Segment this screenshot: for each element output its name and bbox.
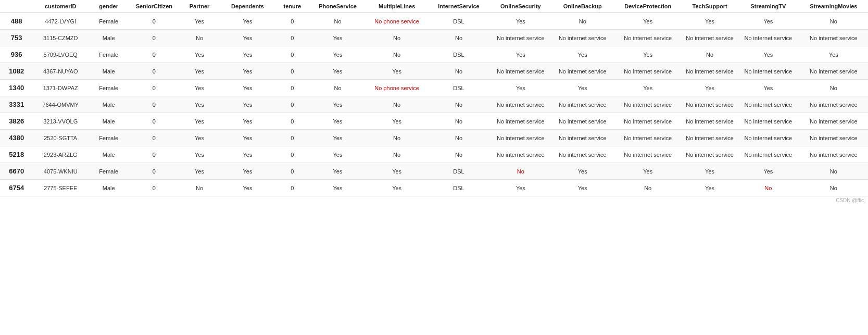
cell-seniorcitizen: 0 bbox=[129, 163, 179, 180]
cell-partner: Yes bbox=[179, 130, 220, 146]
cell-gender: Female bbox=[88, 163, 129, 180]
cell-internetservice: No bbox=[428, 30, 490, 46]
table-row: 7533115-CZMZDMale0NoYes0YesNoNoNo intern… bbox=[0, 30, 868, 46]
cell-streamingmovies: No bbox=[799, 180, 868, 196]
cell-streamingtv: No internet service bbox=[737, 96, 799, 113]
cell-multiplelines: No phone service bbox=[366, 80, 428, 96]
cell-techsupport: No internet service bbox=[682, 63, 737, 80]
cell-onlinebackup: No internet service bbox=[551, 30, 613, 46]
cell-onlinebackup: No internet service bbox=[551, 96, 613, 113]
cell-techsupport: No internet service bbox=[682, 130, 737, 146]
cell-onlinesecurity: Yes bbox=[489, 13, 551, 30]
cell-deviceprotection: No bbox=[613, 180, 682, 196]
cell-customerid: 3213-VVOLG bbox=[33, 113, 88, 130]
cell-streamingmovies: No internet service bbox=[799, 63, 868, 80]
cell-onlinesecurity: No internet service bbox=[489, 113, 551, 130]
cell-techsupport: Yes bbox=[682, 163, 737, 180]
col-header-seniorcitizen: SeniorCitizen bbox=[129, 0, 179, 13]
cell-techsupport: No internet service bbox=[682, 146, 737, 163]
cell-phoneservice: No bbox=[309, 80, 366, 96]
col-header-onlinesecurity: OnlineSecurity bbox=[489, 0, 551, 13]
col-header-phoneservice: PhoneService bbox=[309, 0, 366, 13]
cell-partner: Yes bbox=[179, 13, 220, 30]
cell-customerid: 4075-WKNIU bbox=[33, 163, 88, 180]
col-header-internetservice: InternetService bbox=[428, 0, 490, 13]
cell-internetservice: DSL bbox=[428, 80, 490, 96]
cell-multiplelines: Yes bbox=[366, 113, 428, 130]
col-header-streamingtv: StreamingTV bbox=[737, 0, 799, 13]
cell-onlinesecurity: No internet service bbox=[489, 63, 551, 80]
cell-internetservice: No bbox=[428, 96, 490, 113]
cell-streamingtv: No bbox=[737, 180, 799, 196]
cell-internetservice: No bbox=[428, 63, 490, 80]
header-row: customerID gender SeniorCitizen Partner … bbox=[0, 0, 868, 13]
cell-onlinebackup: Yes bbox=[551, 80, 613, 96]
cell-multiplelines: No bbox=[366, 96, 428, 113]
cell-gender: Female bbox=[88, 13, 129, 30]
cell-idx: 3826 bbox=[0, 113, 33, 130]
table-row: 33317644-OMVMYMale0YesYes0YesNoNoNo inte… bbox=[0, 96, 868, 113]
cell-idx: 4380 bbox=[0, 130, 33, 146]
table-row: 66704075-WKNIUFemale0YesYes0YesYesDSLNoY… bbox=[0, 163, 868, 180]
cell-multiplelines: Yes bbox=[366, 63, 428, 80]
table-container: customerID gender SeniorCitizen Partner … bbox=[0, 0, 868, 204]
cell-dependents: Yes bbox=[220, 113, 275, 130]
cell-phoneservice: Yes bbox=[309, 63, 366, 80]
table-row: 67542775-SEFEEMale0NoYes0YesYesDSLYesYes… bbox=[0, 180, 868, 196]
cell-phoneservice: Yes bbox=[309, 46, 366, 63]
cell-idx: 488 bbox=[0, 13, 33, 30]
cell-streamingmovies: No internet service bbox=[799, 30, 868, 46]
cell-dependents: Yes bbox=[220, 146, 275, 163]
cell-internetservice: DSL bbox=[428, 46, 490, 63]
cell-idx: 6754 bbox=[0, 180, 33, 196]
cell-dependents: Yes bbox=[220, 80, 275, 96]
cell-techsupport: No internet service bbox=[682, 30, 737, 46]
cell-idx: 753 bbox=[0, 30, 33, 46]
table-row: 43802520-SGTTAFemale0YesYes0YesNoNoNo in… bbox=[0, 130, 868, 146]
cell-dependents: Yes bbox=[220, 30, 275, 46]
col-header-tenure: tenure bbox=[275, 0, 309, 13]
cell-streamingtv: Yes bbox=[737, 46, 799, 63]
cell-phoneservice: Yes bbox=[309, 113, 366, 130]
cell-onlinesecurity: No internet service bbox=[489, 96, 551, 113]
cell-deviceprotection: No internet service bbox=[613, 30, 682, 46]
cell-multiplelines: No bbox=[366, 46, 428, 63]
cell-seniorcitizen: 0 bbox=[129, 63, 179, 80]
cell-onlinesecurity: Yes bbox=[489, 46, 551, 63]
cell-customerid: 2775-SEFEE bbox=[33, 180, 88, 196]
cell-tenure: 0 bbox=[275, 113, 309, 130]
cell-onlinebackup: No internet service bbox=[551, 113, 613, 130]
table-row: 13401371-DWPAZFemale0YesYes0NoNo phone s… bbox=[0, 80, 868, 96]
cell-tenure: 0 bbox=[275, 46, 309, 63]
cell-onlinesecurity: Yes bbox=[489, 80, 551, 96]
cell-seniorcitizen: 0 bbox=[129, 30, 179, 46]
cell-onlinesecurity: Yes bbox=[489, 180, 551, 196]
cell-streamingmovies: Yes bbox=[799, 46, 868, 63]
cell-phoneservice: Yes bbox=[309, 30, 366, 46]
cell-tenure: 0 bbox=[275, 13, 309, 30]
cell-onlinesecurity: No internet service bbox=[489, 146, 551, 163]
cell-phoneservice: Yes bbox=[309, 163, 366, 180]
cell-multiplelines: No phone service bbox=[366, 13, 428, 30]
cell-dependents: Yes bbox=[220, 46, 275, 63]
col-header-multiplelines: MultipleLines bbox=[366, 0, 428, 13]
cell-onlinebackup: No internet service bbox=[551, 130, 613, 146]
table-row: 4884472-LVYGIFemale0YesYes0NoNo phone se… bbox=[0, 13, 868, 30]
cell-techsupport: Yes bbox=[682, 180, 737, 196]
cell-partner: Yes bbox=[179, 113, 220, 130]
cell-multiplelines: No bbox=[366, 130, 428, 146]
cell-gender: Female bbox=[88, 80, 129, 96]
cell-streamingmovies: No bbox=[799, 13, 868, 30]
col-header-deviceprotection: DeviceProtection bbox=[613, 0, 682, 13]
cell-onlinebackup: No bbox=[551, 13, 613, 30]
cell-seniorcitizen: 0 bbox=[129, 46, 179, 63]
cell-internetservice: No bbox=[428, 130, 490, 146]
cell-idx: 3331 bbox=[0, 96, 33, 113]
cell-customerid: 2520-SGTTA bbox=[33, 130, 88, 146]
cell-streamingmovies: No bbox=[799, 163, 868, 180]
col-header-dependents: Dependents bbox=[220, 0, 275, 13]
cell-tenure: 0 bbox=[275, 96, 309, 113]
cell-gender: Female bbox=[88, 46, 129, 63]
cell-internetservice: No bbox=[428, 146, 490, 163]
table-row: 10824367-NUYAOMale0YesYes0YesYesNoNo int… bbox=[0, 63, 868, 80]
